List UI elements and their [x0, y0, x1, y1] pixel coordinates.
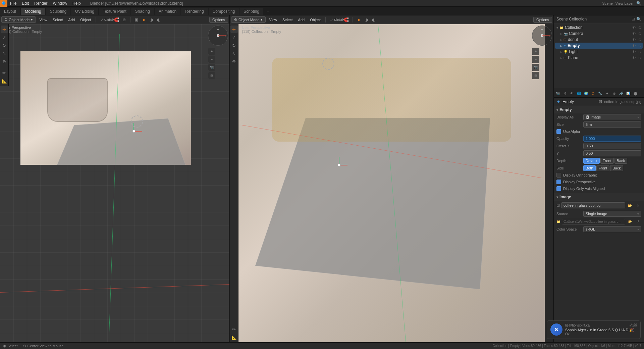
props-data-tab[interactable]: 📊 — [625, 90, 632, 97]
props-scene-tab[interactable]: 🌐 — [576, 90, 582, 97]
use-alpha-checkbox[interactable] — [556, 129, 561, 134]
transform-tool[interactable]: ⊕ — [1, 58, 8, 65]
right-annotate-tool[interactable]: ✏ — [230, 326, 238, 333]
right-zoom-out[interactable]: − — [532, 56, 539, 63]
empty-eye[interactable]: 👁 — [632, 44, 636, 48]
right-shade-solid[interactable]: ● — [356, 16, 362, 23]
left-shade-render[interactable]: ◐ — [155, 16, 162, 23]
right-viewport-bg[interactable] — [238, 24, 545, 342]
collection-donut[interactable]: ▸ ⬡ donut 👁 ⊙ — [555, 37, 643, 43]
empty-restrict[interactable]: ⊙ — [638, 44, 641, 48]
menu-window[interactable]: Window — [50, 0, 70, 6]
tab-shading[interactable]: Shading — [131, 8, 154, 15]
empty-section-header[interactable]: ▾ Empty — [554, 106, 644, 113]
tab-animation[interactable]: Animation — [155, 8, 180, 15]
tab-compositing[interactable]: Compositing — [209, 8, 239, 15]
file-path-value[interactable]: C:\Users\WenweD...coffee-in-glass-cup.jp… — [562, 219, 625, 225]
right-zoom-in[interactable]: + — [532, 48, 539, 55]
light-eye[interactable]: 👁 — [632, 50, 636, 54]
camera-eye[interactable]: 👁 — [632, 32, 636, 36]
left-select-menu[interactable]: Select — [51, 17, 65, 22]
color-space-value[interactable]: sRGB ▾ — [583, 226, 641, 232]
rotate-tool[interactable]: ↻ — [1, 42, 8, 49]
props-modifier-tab[interactable]: 🔧 — [597, 90, 603, 97]
collection-camera[interactable]: ▸ 📷 Camera 👁 ⊙ — [555, 31, 643, 37]
props-physics-tab[interactable]: ⊛ — [611, 90, 618, 97]
depth-default-btn[interactable]: Default — [583, 158, 600, 164]
add-workspace-button[interactable]: + — [264, 8, 272, 15]
outliner-filter-icon[interactable]: ⊟ — [632, 17, 635, 21]
left-viewport-bg[interactable]: Y X + − 📷 ⊡ — [0, 24, 229, 342]
collection-light[interactable]: ▸ 💡 Light 👁 ⊙ — [555, 49, 643, 55]
cursor-tool[interactable]: ✛ — [1, 26, 8, 33]
left-display-icon[interactable]: ▣ — [133, 16, 140, 23]
light-restrict[interactable]: ⊙ — [638, 50, 641, 54]
notification-close-icon[interactable]: ✕ — [634, 322, 638, 328]
left-snap-icon[interactable]: 🧲 — [113, 16, 120, 23]
camera-restrict[interactable]: ⊙ — [638, 32, 641, 36]
collection-plane[interactable]: ▸ ⬡ Plane 👁 ⊙ — [555, 55, 643, 61]
zoom-in-button[interactable]: + — [208, 48, 215, 55]
left-proportional-icon[interactable]: ⊚ — [121, 16, 127, 23]
side-back-btn[interactable]: Back — [610, 165, 623, 171]
plane-eye[interactable]: 👁 — [632, 56, 636, 60]
props-world-tab[interactable]: 🌍 — [583, 90, 589, 97]
right-frame-all[interactable]: ⊡ — [532, 72, 539, 79]
left-options-button[interactable]: Options — [209, 17, 228, 23]
right-rotate-tool[interactable]: ↻ — [230, 42, 238, 49]
image-file-value[interactable]: coffee-in-glass-cup.jpg — [561, 202, 625, 208]
menu-render[interactable]: Render — [32, 0, 50, 6]
scale-tool[interactable]: ⤡ — [1, 50, 8, 57]
zoom-out-button[interactable]: − — [208, 56, 215, 63]
viewport-right[interactable]: ⊙ Object Mode ▾ View Select Add Object ⤢… — [230, 15, 553, 342]
search-icon[interactable]: 🔍 — [636, 1, 641, 6]
display-persp-checkbox[interactable] — [556, 180, 561, 184]
menu-help[interactable]: Help — [70, 0, 84, 6]
right-shade-material[interactable]: ◑ — [363, 16, 370, 23]
offset-x-value[interactable]: 0.50 — [583, 143, 641, 149]
right-snap-icon[interactable]: 🧲 — [343, 16, 350, 23]
depth-front-btn[interactable]: Front — [600, 158, 614, 164]
depth-back-btn[interactable]: Back — [614, 158, 627, 164]
left-view-gizmo[interactable]: Y X — [208, 26, 228, 46]
left-shade-solid[interactable]: ● — [141, 16, 147, 23]
tab-rendering[interactable]: Rendering — [181, 8, 208, 15]
right-view-gizmo[interactable]: Y X — [532, 26, 552, 46]
tab-texture-paint[interactable]: Texture Paint — [99, 8, 130, 15]
image-browse-btn[interactable]: 📂 — [627, 202, 633, 209]
size-value[interactable]: 5 m — [583, 121, 641, 128]
right-move-tool[interactable]: ⤢ — [230, 34, 238, 41]
viewport-left[interactable]: ⊙ Object Mode ▾ View Select Add Object ⤢… — [0, 15, 230, 342]
tab-uv-editing[interactable]: UV Editing — [71, 8, 98, 15]
camera-view-button[interactable]: 📷 — [208, 64, 215, 71]
right-cursor-tool[interactable]: ✛ — [230, 26, 238, 33]
right-add-menu[interactable]: Add — [296, 17, 307, 22]
right-object-mode-button[interactable]: ⊙ Object Mode ▾ — [231, 16, 266, 23]
donut-restrict[interactable]: ⊙ — [638, 38, 641, 42]
menu-edit[interactable]: Edit — [19, 0, 32, 6]
props-render-tab[interactable]: 📷 — [554, 90, 561, 97]
side-front-btn[interactable]: Front — [596, 165, 610, 171]
props-output-tab[interactable]: 🖨 — [561, 90, 568, 97]
left-object-mode-button[interactable]: ⊙ Object Mode ▾ — [1, 16, 36, 23]
right-object-menu[interactable]: Object — [308, 17, 323, 22]
props-view-tab[interactable]: 👁 — [569, 90, 575, 97]
notification-expand-icon[interactable]: ⤢ — [629, 322, 633, 328]
image-unlink-btn[interactable]: ✕ — [635, 202, 641, 209]
left-add-menu[interactable]: Add — [66, 17, 77, 22]
left-view-menu[interactable]: View — [37, 17, 49, 22]
left-shade-material[interactable]: ◑ — [148, 16, 155, 23]
props-object-tab[interactable]: ⬡ — [590, 90, 596, 97]
outliner-search-icon[interactable]: 🔍 — [636, 17, 641, 21]
props-material-tab[interactable]: ⬤ — [632, 90, 639, 97]
side-both-btn[interactable]: Both — [583, 165, 596, 171]
right-options-button[interactable]: Options — [533, 17, 552, 23]
right-select-menu[interactable]: Select — [280, 17, 295, 22]
collection-eye[interactable]: 👁 — [632, 26, 636, 30]
file-path-reload-btn[interactable]: ↺ — [635, 218, 641, 225]
offset-y-value[interactable]: 0.50 — [583, 150, 641, 156]
plane-restrict[interactable]: ⊙ — [638, 56, 641, 60]
display-axis-checkbox[interactable] — [556, 186, 561, 191]
left-object-menu[interactable]: Object — [78, 17, 93, 22]
image-section-header[interactable]: ▾ Image — [554, 193, 644, 201]
